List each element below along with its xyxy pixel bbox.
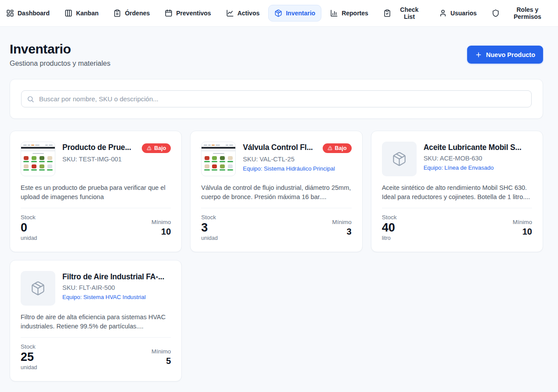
stock-label: Stock: [382, 214, 397, 221]
product-image-placeholder: [382, 142, 417, 176]
dashboard-icon: [6, 9, 14, 17]
product-sku: SKU: ACE-MOB-630: [424, 155, 532, 162]
minimum-label: Mínimo: [513, 219, 532, 225]
product-description: Válvula de control de flujo industrial, …: [201, 183, 351, 202]
stock-unit: unidad: [21, 364, 37, 371]
chart-line-icon: [226, 9, 234, 17]
nav-item-label: Inventario: [286, 10, 315, 17]
stock-block: Stock 40 litro: [382, 214, 397, 241]
product-sku: SKU: FLT-AIR-500: [62, 284, 171, 291]
nav-item-label: Check List: [395, 6, 424, 20]
nav-item-reportes[interactable]: Reportes: [324, 5, 374, 21]
minimum-label: Mínimo: [151, 219, 171, 225]
nav-item-roles-y-permisos[interactable]: Roles y Permisos: [486, 2, 558, 25]
nav-item-activos[interactable]: Activos: [220, 5, 266, 21]
nav-item-label: Dashboard: [18, 10, 50, 17]
stock-value: 3: [201, 221, 218, 235]
product-card-header: Aceite Lubricante Mobil S... SKU: ACE-MO…: [382, 142, 532, 176]
nav-item-kanban[interactable]: Kanban: [58, 5, 104, 21]
low-stock-badge: Bajo: [323, 143, 352, 153]
product-card-header: Filtro de Aire Industrial FA-... SKU: FL…: [21, 271, 171, 306]
product-title: Producto de Prue...: [62, 143, 131, 152]
stock-label: Stock: [21, 214, 37, 221]
divider: [382, 208, 532, 208]
equipment-link[interactable]: Equipo: Sistema Hidráulico Principal: [243, 165, 351, 172]
stock-unit: unidad: [201, 235, 218, 241]
nav-item-usuarios[interactable]: Usuarios: [433, 5, 483, 21]
product-card-header: Válvula Control Fl... Bajo SKU: VAL-CTL-…: [201, 142, 351, 176]
stock-value: 40: [382, 221, 397, 235]
minimum-label: Mínimo: [332, 219, 351, 225]
minimum-value: 10: [513, 227, 532, 237]
warning-icon: [147, 146, 152, 151]
stock-unit: litro: [382, 235, 397, 241]
equipment-link[interactable]: Equipo: Línea de Envasado: [424, 164, 532, 171]
product-grid: Producto de Prue... Bajo SKU: TEST-IMG-0…: [10, 131, 543, 392]
product-card[interactable]: Aceite Lubricante Mobil S... SKU: ACE-MO…: [371, 131, 543, 252]
nav-item-inventario[interactable]: Inventario: [268, 5, 321, 21]
package-icon: [392, 151, 407, 167]
product-title: Aceite Lubricante Mobil S...: [424, 143, 522, 152]
product-sku: SKU: VAL-CTL-25: [243, 156, 351, 163]
stock-label: Stock: [201, 214, 218, 221]
calendar-icon: [165, 9, 173, 17]
product-card[interactable]: Producto de Prue... Bajo SKU: TEST-IMG-0…: [10, 131, 182, 252]
minimum-label: Mínimo: [151, 348, 171, 355]
nav-item-label: Kanban: [76, 10, 98, 17]
nav-item-preventivos[interactable]: Preventivos: [158, 5, 217, 21]
divider: [21, 337, 171, 338]
minimum-value: 5: [151, 356, 171, 366]
divider: [21, 208, 171, 208]
product-image: [201, 142, 236, 176]
product-card[interactable]: Filtro de Aire Industrial FA-... SKU: FL…: [10, 260, 182, 381]
nav-item-label: Preventivos: [176, 10, 211, 17]
stock-block: Stock 25 unidad: [21, 343, 37, 371]
page-subtitle: Gestiona productos y materiales: [10, 60, 110, 68]
product-description: Aceite sintético de alto rendimiento Mob…: [382, 183, 532, 202]
nav-item-check-list[interactable]: Check List: [377, 2, 430, 25]
minimum-block: Mínimo 10: [513, 219, 532, 237]
product-image: [21, 142, 55, 176]
nav-item-dashboard[interactable]: Dashboard: [0, 5, 56, 21]
search-icon: [27, 95, 34, 103]
clipboard-icon: [113, 9, 121, 17]
product-title: Válvula Control Fl...: [243, 143, 313, 152]
search-panel: [10, 79, 543, 119]
package-icon: [274, 9, 282, 17]
warning-icon: [328, 146, 333, 151]
stock-unit: unidad: [21, 235, 37, 241]
product-card[interactable]: Válvula Control Fl... Bajo SKU: VAL-CTL-…: [190, 131, 362, 252]
package-icon: [30, 281, 46, 296]
product-card-header: Producto de Prue... Bajo SKU: TEST-IMG-0…: [21, 142, 171, 176]
divider: [201, 208, 351, 208]
minimum-value: 10: [151, 227, 171, 237]
minimum-value: 3: [332, 227, 351, 237]
product-image-placeholder: [21, 271, 55, 306]
product-sku: SKU: TEST-IMG-001: [62, 156, 171, 163]
clipboard-check-icon: [383, 9, 391, 17]
plus-icon: [475, 51, 482, 58]
user-icon: [439, 9, 447, 17]
page-title: Inventario: [10, 42, 110, 57]
stock-value: 0: [21, 221, 37, 235]
nav-item-label: Roles y Permisos: [503, 6, 552, 20]
stock-block: Stock 0 unidad: [21, 214, 37, 241]
equipment-link[interactable]: Equipo: Sistema HVAC Industrial: [62, 294, 171, 300]
nav-item-ordenes[interactable]: Órdenes: [107, 5, 156, 21]
low-stock-badge: Bajo: [142, 143, 171, 153]
search-input[interactable]: [21, 90, 532, 107]
minimum-block: Mínimo 3: [332, 219, 351, 237]
nav-item-label: Reportes: [342, 10, 368, 17]
product-description: Filtro de aire de alta eficiencia para s…: [21, 313, 171, 331]
nav-item-label: Órdenes: [125, 10, 150, 17]
minimum-block: Mínimo 5: [151, 348, 171, 366]
product-description: Este es un producto de prueba para verif…: [21, 183, 171, 202]
page-header: Inventario Gestiona productos y material…: [10, 42, 543, 68]
stock-label: Stock: [21, 343, 37, 350]
new-product-button[interactable]: Nuevo Producto: [467, 46, 543, 64]
nav-item-label: Activos: [238, 10, 260, 17]
stock-block: Stock 3 unidad: [201, 214, 218, 241]
nav-item-label: Usuarios: [450, 10, 477, 17]
top-navigation: Dashboard Kanban Órdenes Preventivos Act…: [0, 0, 558, 27]
shield-icon: [492, 9, 500, 17]
